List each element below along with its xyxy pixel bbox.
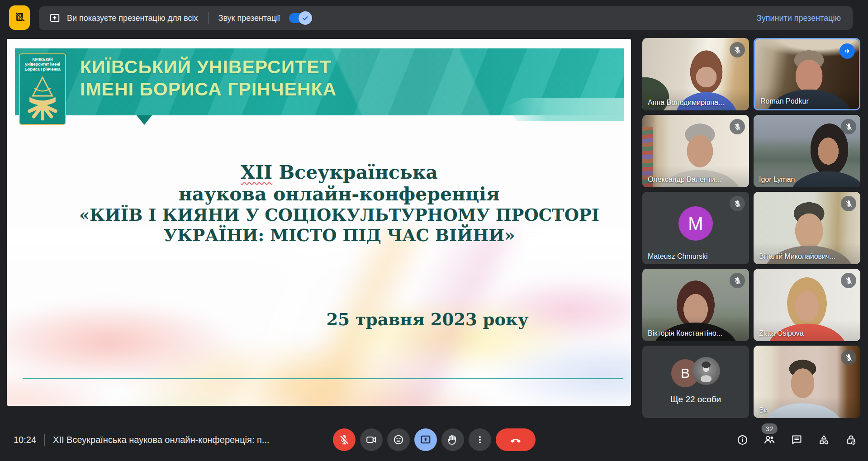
clock: 10:24 xyxy=(14,435,36,445)
conference-title-line1: XII Всеукраїнська xyxy=(75,162,604,184)
university-name-line2: ІМЕНІ БОРИСА ГРІНЧЕНКА xyxy=(80,78,337,100)
present-screen-icon xyxy=(49,12,61,24)
camera-icon xyxy=(365,434,377,446)
conference-title-line4: УКРАЇНИ: МІСТО ПІД ЧАС ВІЙНИ» xyxy=(75,225,604,246)
raise-hand-icon xyxy=(447,434,458,446)
call-controls xyxy=(333,428,536,451)
university-name: КИЇВСЬКИЙ УНІВЕРСИТЕТ ІМЕНІ БОРИСА ГРІНЧ… xyxy=(80,56,337,100)
avatar-photo xyxy=(692,357,720,385)
participant-count-badge: 32 xyxy=(762,423,778,434)
grid-view-off-chip[interactable] xyxy=(9,5,30,30)
activities-icon xyxy=(818,434,830,446)
university-name-line1: КИЇВСЬКИЙ УНІВЕРСИТЕТ xyxy=(80,56,337,78)
camera-toggle-button[interactable] xyxy=(360,428,383,451)
panel-buttons: 32 xyxy=(731,429,862,451)
mic-off-icon xyxy=(841,273,856,288)
end-call-button[interactable] xyxy=(496,428,536,451)
mic-toggle-button[interactable] xyxy=(333,428,356,451)
more-participants-tile[interactable]: B Ще 22 особи xyxy=(642,346,749,418)
info-icon xyxy=(736,434,749,446)
participant-tile-speaking[interactable]: Roman Podkur xyxy=(754,38,860,110)
bottom-bar: 10:24 XII Всеукраїнська наукова онлайн-к… xyxy=(0,418,868,461)
roman-numeral: XII xyxy=(241,162,272,183)
avatar: M xyxy=(678,206,713,241)
smiley-icon xyxy=(393,434,404,446)
participant-name: Zlata Osipova xyxy=(759,329,804,337)
people-panel-button[interactable]: 32 xyxy=(759,429,780,451)
university-logo: Київський університет імені Бориса Грінч… xyxy=(19,53,66,125)
end-call-icon xyxy=(509,433,522,446)
presenting-label: Ви показуєте презентацію для всіх xyxy=(67,14,198,23)
divider xyxy=(208,12,209,24)
meet-window: Ви показуєте презентацію для всіх Звук п… xyxy=(0,0,868,461)
participant-name: Roman Podkur xyxy=(760,97,809,105)
participant-tile[interactable]: Анна Володимирівна... xyxy=(642,38,749,110)
mic-off-icon xyxy=(730,119,745,134)
conference-title-line3: «КИЇВ І КИЯНИ У СОЦІОКУЛЬТУРНОМУ ПРОСТОР… xyxy=(75,205,604,225)
participant-name: Mateusz Chmurski xyxy=(648,252,707,261)
people-icon xyxy=(763,433,776,446)
more-options-button[interactable] xyxy=(469,428,491,451)
activities-button[interactable] xyxy=(813,429,835,451)
slide-divider-line xyxy=(23,378,623,379)
meeting-title: XII Всеукраїнська наукова онлайн-конфере… xyxy=(53,435,269,445)
slide-header-fold xyxy=(137,115,152,125)
participant-name: Олександр Валенти... xyxy=(648,176,721,184)
university-logo-caption: Київський університет імені Бориса Грінч… xyxy=(22,57,63,73)
present-screen-button[interactable] xyxy=(414,428,437,451)
mic-off-icon xyxy=(730,196,745,211)
conference-title-line2: наукова онлайн-конференція xyxy=(75,184,604,205)
reactions-button[interactable] xyxy=(387,428,410,451)
presenting-banner: Ви показуєте презентацію для всіх Звук п… xyxy=(39,6,853,30)
chat-panel-button[interactable] xyxy=(786,429,807,451)
lock-icon xyxy=(845,434,857,446)
participant-name: Анна Володимирівна... xyxy=(648,99,724,107)
toggle-check-icon xyxy=(299,11,312,25)
divider xyxy=(44,434,45,446)
university-emblem-icon xyxy=(23,74,62,123)
presentation-sound-toggle[interactable] xyxy=(289,13,310,23)
grid-view-off-icon xyxy=(14,11,26,25)
mic-off-icon xyxy=(841,350,856,365)
overflow-avatars: B xyxy=(671,359,720,387)
chat-icon xyxy=(791,434,803,446)
mic-off-icon xyxy=(730,273,745,288)
self-view-tile[interactable]: Ви xyxy=(754,346,860,418)
speaking-indicator-icon xyxy=(840,43,855,59)
conference-title: XII Всеукраїнська наукова онлайн-конфере… xyxy=(75,162,604,246)
mic-off-icon xyxy=(841,119,856,134)
participant-tile[interactable]: Олександр Валенти... xyxy=(642,115,749,187)
participant-name: Igor Lyman xyxy=(759,176,795,184)
mic-off-icon xyxy=(841,196,856,211)
self-label: Ви xyxy=(759,406,768,414)
more-participants-label: Ще 22 особи xyxy=(670,394,721,404)
participant-filmstrip: Анна Володимирівна... Roman Podkur Олекс… xyxy=(642,38,860,418)
meeting-meta: 10:24 XII Всеукраїнська наукова онлайн-к… xyxy=(14,434,270,446)
present-screen-icon xyxy=(420,434,432,446)
meeting-details-button[interactable] xyxy=(731,429,753,451)
participant-name: Віталій Миколайович... xyxy=(759,252,836,261)
participant-tile[interactable]: Zlata Osipova xyxy=(754,269,860,341)
participant-tile[interactable]: M Mateusz Chmurski xyxy=(642,192,749,264)
participant-tile[interactable]: Igor Lyman xyxy=(754,115,860,187)
participant-tile[interactable]: Вікторія Константіно... xyxy=(642,269,749,341)
shared-presentation-slide: Київський університет імені Бориса Грінч… xyxy=(7,39,631,406)
participant-tile[interactable]: Віталій Миколайович... xyxy=(754,192,860,264)
participant-name: Вікторія Константіно... xyxy=(648,329,722,337)
mic-off-icon xyxy=(338,434,350,446)
slide-header-ribbon xyxy=(505,98,624,121)
conference-date: 25 травня 2023 року xyxy=(242,309,613,329)
host-controls-button[interactable] xyxy=(840,429,862,451)
raise-hand-button[interactable] xyxy=(441,428,464,451)
presentation-sound-label: Звук презентації xyxy=(218,14,280,23)
stop-presentation-button[interactable]: Зупинити презентацію xyxy=(755,10,843,27)
mic-off-icon xyxy=(730,42,745,57)
more-vertical-icon xyxy=(474,434,485,445)
